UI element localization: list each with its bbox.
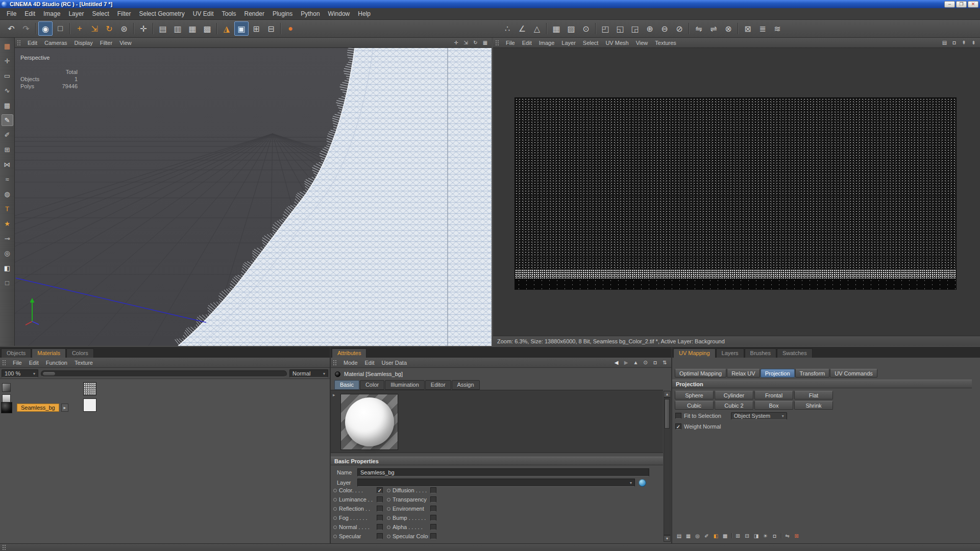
channel-checkbox[interactable]: [430, 506, 436, 512]
tex-menu-file[interactable]: File: [502, 39, 519, 47]
materials-list[interactable]: Seamless_bg ▸: [0, 379, 330, 543]
lock-icon[interactable]: ◘: [651, 358, 659, 367]
mat-menu-edit[interactable]: Edit: [26, 359, 42, 367]
mirror-u-icon[interactable]: ⇋: [692, 21, 706, 36]
drag-grip-icon[interactable]: [2, 360, 7, 366]
material-item[interactable]: Seamless_bg ▸: [1, 402, 68, 414]
delete-layer-icon[interactable]: ⊟: [743, 532, 751, 540]
mirror-tool-icon[interactable]: ⋈: [2, 159, 13, 170]
mat-menu-file[interactable]: File: [9, 359, 26, 367]
tex-menu-layer[interactable]: Layer: [558, 39, 579, 47]
viewport-3d-canvas[interactable]: Perspective Total Objects 1 Polys 79446: [15, 48, 492, 346]
rectangle-selection-icon[interactable]: □: [53, 21, 67, 36]
texture-layer-thumb[interactable]: [83, 398, 96, 412]
channel-checkbox[interactable]: ✓: [377, 487, 383, 493]
channel-fog[interactable]: Fog . . . . . .: [333, 513, 383, 522]
channel-luminance[interactable]: Luminance . .: [333, 495, 383, 504]
material-library-icon[interactable]: [2, 383, 11, 392]
toggle-view-icon[interactable]: ▦: [481, 38, 489, 47]
redo-icon[interactable]: ↷: [19, 21, 33, 36]
menu-image[interactable]: Image: [39, 9, 64, 19]
uv-texture-view-icon[interactable]: ▩: [200, 21, 214, 36]
cylinder-projection-button[interactable]: Cylinder: [715, 391, 753, 399]
scroll-up-icon[interactable]: ▲: [664, 391, 671, 397]
material-preview[interactable]: [340, 394, 398, 450]
tex-menu-textures[interactable]: Textures: [651, 39, 680, 47]
dolly-view-icon[interactable]: ⇲: [461, 38, 470, 47]
tab-editor[interactable]: Editor: [425, 380, 451, 390]
uv-edge-mode-icon[interactable]: ∠: [515, 21, 529, 36]
scrollbar-track[interactable]: [664, 397, 671, 535]
tab-brushes[interactable]: Brushes: [745, 348, 776, 358]
drag-grip-icon[interactable]: [495, 40, 500, 46]
uv-polygon-edit-icon[interactable]: ▣: [234, 21, 249, 36]
name-field[interactable]: [357, 468, 649, 477]
close-button[interactable]: ✕: [968, 1, 978, 8]
transform-button[interactable]: Transform: [795, 369, 830, 378]
tab-attributes[interactable]: Attributes: [332, 348, 366, 358]
uv-polygon-mode-icon[interactable]: △: [530, 21, 544, 36]
attr-menu-user-data[interactable]: User Data: [378, 359, 411, 367]
rotate-view-icon[interactable]: ↻: [471, 38, 480, 47]
brush-tool-icon[interactable]: ✐: [2, 129, 13, 141]
material-preview-thumb[interactable]: [1, 402, 12, 413]
minimize-button[interactable]: –: [944, 1, 955, 8]
titlebar[interactable]: CINEMA 4D Studio (RC ) - [Untitled 7 *] …: [0, 0, 980, 8]
menu-layer[interactable]: Layer: [64, 9, 88, 19]
texture-canvas[interactable]: [493, 48, 980, 336]
smudge-tool-icon[interactable]: ≈: [2, 173, 13, 185]
attributes-scrollbar[interactable]: ▲ ▼: [664, 391, 671, 542]
sync-icon[interactable]: ⇅: [660, 358, 669, 367]
menu-edit[interactable]: Edit: [20, 9, 39, 19]
uv-rotate-icon[interactable]: ▦: [185, 21, 200, 36]
tex-menu-edit[interactable]: Edit: [519, 39, 535, 47]
star-brush-icon[interactable]: ★: [2, 218, 13, 230]
projection-section-header[interactable]: Projection: [672, 380, 972, 388]
pencil-tool-icon[interactable]: ✎: [2, 114, 13, 126]
channel-checkbox[interactable]: [430, 515, 436, 521]
tab-swatches[interactable]: Swatches: [777, 348, 813, 358]
relax-uv-button[interactable]: Relax UV: [727, 369, 760, 378]
tab-assign[interactable]: Assign: [452, 380, 480, 390]
fill-pattern-icon[interactable]: ▩: [2, 99, 13, 111]
uv-grid-icon[interactable]: ⊞: [249, 21, 263, 36]
tex-menu-uv-mesh[interactable]: UV Mesh: [602, 39, 632, 47]
scroll-down-icon[interactable]: ▼: [664, 535, 671, 542]
channel-checkbox[interactable]: [430, 496, 436, 503]
materials-scroll-slider[interactable]: [41, 370, 287, 377]
attr-menu-mode[interactable]: Mode: [340, 359, 361, 367]
pan-view-icon[interactable]: ✛: [452, 38, 460, 47]
cubic2-projection-button[interactable]: Cubic 2: [715, 401, 753, 410]
uv-point-mode-icon[interactable]: ∴: [500, 21, 514, 36]
channel-checkbox[interactable]: [377, 496, 383, 503]
channel-diffusion[interactable]: Diffusion . . . . .: [387, 486, 436, 495]
vp-menu-cameras[interactable]: Cameras: [41, 39, 71, 47]
up-icon[interactable]: ▲: [631, 358, 640, 367]
move-icon[interactable]: +: [72, 21, 87, 36]
mirror-v-icon[interactable]: ⇌: [706, 21, 721, 36]
light-icon[interactable]: ☀: [761, 532, 770, 540]
sponge-tool-icon[interactable]: ◍: [2, 188, 13, 200]
tab-illumination[interactable]: Illumination: [385, 380, 425, 390]
material-name[interactable]: Seamless_bg: [17, 404, 59, 412]
projection-painting-icon[interactable]: ▦: [684, 532, 693, 540]
uv-scale-icon[interactable]: ▥: [170, 21, 185, 36]
channel-alpha[interactable]: Alpha . . . . .: [387, 522, 436, 532]
select-uv-column-icon[interactable]: ◲: [628, 21, 642, 36]
channel-reflection[interactable]: Reflection . .: [333, 504, 383, 513]
mat-menu-function[interactable]: Function: [42, 359, 71, 367]
tab-uv-mapping[interactable]: UV Mapping: [673, 348, 716, 358]
channel-specular-color[interactable]: Specular Color: [387, 532, 436, 541]
tab-layers[interactable]: Layers: [716, 348, 744, 358]
raybrush-icon[interactable]: ◎: [693, 532, 702, 540]
tab-objects[interactable]: Objects: [1, 348, 31, 358]
drag-grip-icon[interactable]: [2, 544, 7, 550]
uv-align-icon[interactable]: ⊟: [264, 21, 278, 36]
channel-color[interactable]: Color. . . . ✓: [333, 486, 383, 495]
channel-bump[interactable]: Bump . . . . . .: [387, 513, 436, 522]
image-icon[interactable]: ▤: [940, 38, 949, 47]
texture-image[interactable]: [514, 97, 957, 290]
zoom-select[interactable]: 100 % ▾: [2, 369, 38, 378]
preview-expand-icon[interactable]: ▸: [333, 392, 335, 397]
transform-tool-icon[interactable]: ✛: [2, 55, 13, 67]
